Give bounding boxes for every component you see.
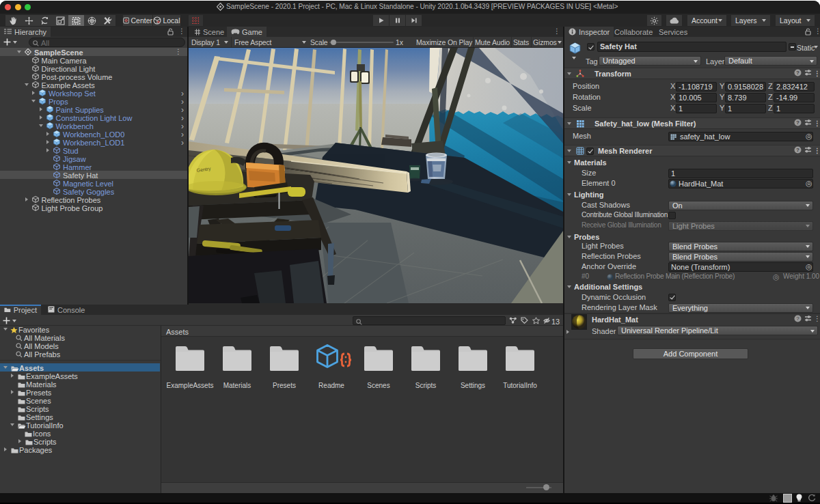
svg-text:?: ?: [796, 120, 800, 126]
svg-text:?: ?: [796, 147, 800, 153]
svg-text:?: ?: [796, 70, 800, 76]
svg-text:?: ?: [796, 316, 800, 322]
